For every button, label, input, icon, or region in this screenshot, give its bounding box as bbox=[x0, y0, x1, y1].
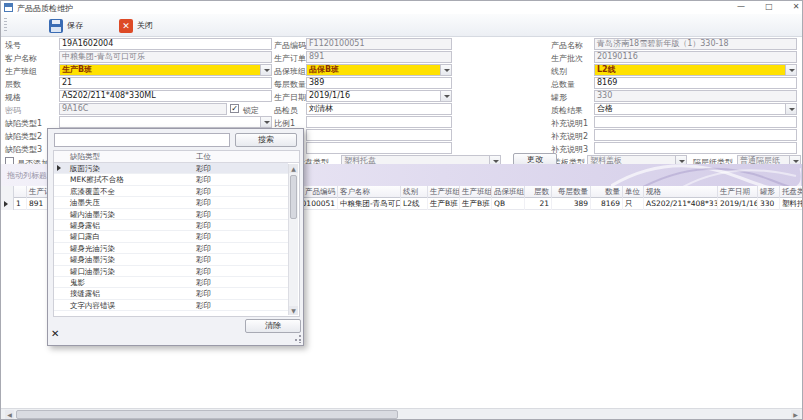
scrollbar-thumb[interactable] bbox=[290, 175, 297, 219]
defect-search-input[interactable] bbox=[54, 133, 230, 147]
hscrollbar-thumb[interactable] bbox=[16, 410, 398, 419]
defect-list-item[interactable]: 罐口油墨污染彩印 bbox=[54, 266, 288, 277]
per-layer-qty-field[interactable]: 389 bbox=[306, 77, 452, 89]
product-name-field: 青岛济南18雪碧新年版（1）330-18 bbox=[594, 38, 797, 50]
product-name-label: 产品名称 bbox=[551, 40, 583, 51]
grid-header-cell[interactable]: 生产班组 bbox=[460, 186, 492, 198]
grid-header-cell[interactable]: 线别 bbox=[401, 186, 428, 198]
defect-station: 彩印 bbox=[196, 175, 211, 185]
grid-header-cell[interactable]: 生产班组 bbox=[428, 186, 460, 198]
combo-arrow-icon[interactable] bbox=[260, 65, 271, 75]
minimize-button[interactable]: — bbox=[732, 1, 750, 13]
grid-indicator-header bbox=[1, 186, 14, 198]
defect-list-item[interactable]: 版面污染彩印 bbox=[54, 163, 288, 174]
defect-name: 罐口油墨污染 bbox=[70, 267, 115, 277]
scroll-down-arrow-icon[interactable]: ▼ bbox=[289, 306, 298, 315]
defect-list-item[interactable]: 底漆覆盖不全彩印 bbox=[54, 186, 288, 197]
panel-close-icon[interactable]: ✕ bbox=[51, 329, 59, 339]
grid-header-cell[interactable]: 品保班组 bbox=[492, 186, 525, 198]
defect-type-1-field[interactable] bbox=[59, 116, 272, 128]
grid-header-cell[interactable]: 规格 bbox=[644, 186, 718, 198]
group-hint: 拖动列标题 bbox=[7, 170, 47, 181]
defect-list-item[interactable]: 油墨失压彩印 bbox=[54, 197, 288, 208]
grid-header-cell[interactable]: 层数 bbox=[525, 186, 552, 198]
horizontal-scrollbar[interactable]: ◀ ▶ bbox=[1, 408, 803, 419]
defect-list-item[interactable]: 鬼影彩印 bbox=[54, 277, 288, 288]
inspector-label: 品检员 bbox=[274, 105, 298, 116]
defect-type-3-label: 缺陷类型3 bbox=[5, 144, 42, 155]
scroll-up-arrow-icon[interactable]: ▲ bbox=[289, 164, 298, 173]
selected-row-indicator-icon bbox=[57, 165, 61, 171]
supplement-1-field[interactable] bbox=[594, 116, 797, 128]
layers-field[interactable]: 21 bbox=[59, 77, 272, 89]
grid-header-cell[interactable]: 数量 bbox=[591, 186, 623, 198]
total-qty-field[interactable]: 8169 bbox=[594, 77, 797, 89]
scroll-right-arrow-icon[interactable]: ▶ bbox=[791, 410, 800, 419]
ratio-1-field[interactable] bbox=[306, 116, 452, 128]
combo-arrow-icon[interactable] bbox=[440, 65, 451, 75]
defect-list-item[interactable]: 文字内容错误彩印 bbox=[54, 300, 288, 311]
scroll-left-arrow-icon[interactable]: ◀ bbox=[5, 410, 14, 419]
defect-items-container: 版面污染彩印MEK擦拭不合格彩印底漆覆盖不全彩印油墨失压彩印罐内油墨污染彩印罐身… bbox=[54, 163, 288, 311]
ratio-3-field[interactable] bbox=[306, 142, 452, 154]
production-order-label: 生产订单 bbox=[274, 53, 306, 64]
defect-list-item[interactable]: 罐身光油污染彩印 bbox=[54, 243, 288, 254]
defect-list-item[interactable]: 罐内油墨污染彩印 bbox=[54, 209, 288, 220]
defect-station: 彩印 bbox=[196, 301, 211, 311]
grid-header-cell[interactable]: 罐形 bbox=[758, 186, 780, 198]
grid-header-cell[interactable]: 生产日期 bbox=[718, 186, 758, 198]
qc-result-field[interactable]: 合格 bbox=[594, 103, 797, 115]
combo-arrow-icon[interactable] bbox=[785, 104, 796, 114]
defect-list-scrollbar[interactable]: ▲ ▼ bbox=[288, 164, 298, 315]
production-order-field: 891 bbox=[306, 51, 452, 63]
save-button[interactable]: 保存 bbox=[45, 17, 87, 34]
qa-team-field[interactable]: 品保B班 bbox=[306, 64, 452, 76]
combo-arrow-icon[interactable] bbox=[785, 65, 796, 75]
grid-cell: L2线 bbox=[401, 198, 428, 210]
grid-header-cell[interactable]: 托盘类型 bbox=[780, 186, 803, 198]
close-button[interactable]: ✕ 关闭 bbox=[115, 17, 157, 34]
supplement-3-field[interactable] bbox=[594, 142, 797, 154]
supplement-2-field[interactable] bbox=[594, 129, 797, 141]
password-label: 密码 bbox=[5, 105, 21, 116]
stack-no-field[interactable]: 19A1602004 bbox=[59, 38, 272, 50]
grid-header-cell[interactable]: 单位 bbox=[623, 186, 644, 198]
grid-header-cell[interactable]: 客户名称 bbox=[338, 186, 401, 198]
defect-clear-button[interactable]: 清除 bbox=[245, 319, 301, 333]
inspector-field[interactable]: 刘清林 bbox=[306, 103, 452, 115]
line-label: 线别 bbox=[551, 66, 567, 77]
combo-arrow-icon[interactable] bbox=[260, 117, 271, 127]
per-layer-qty-label: 每层数量 bbox=[274, 79, 306, 90]
grid-cell: 389 bbox=[552, 198, 591, 210]
defect-name: 油墨失压 bbox=[70, 198, 100, 208]
spec-field[interactable]: AS202/211*408*330ML bbox=[59, 90, 272, 102]
maximize-button[interactable]: □ bbox=[760, 1, 778, 13]
defect-list-item[interactable]: 罐身露铝彩印 bbox=[54, 220, 288, 231]
defect-station: 彩印 bbox=[196, 164, 211, 174]
grid-cell: 330 bbox=[758, 198, 780, 210]
app-window: 产品品质检维护 — □ ✕ 保存 ✕ 关闭 垛号19A1602004产品编码F1… bbox=[0, 0, 803, 420]
defect-list-item[interactable]: 接缝露铝彩印 bbox=[54, 288, 288, 299]
customer-name-label: 客户名称 bbox=[5, 53, 37, 64]
grid-cell: 21 bbox=[525, 198, 552, 210]
defect-name: 底漆覆盖不全 bbox=[70, 187, 115, 197]
production-date-field[interactable]: 2019/1/16 bbox=[306, 90, 452, 102]
can-shape-label: 罐形 bbox=[551, 92, 567, 103]
grid-header-cell[interactable]: 每层数量 bbox=[552, 186, 591, 198]
layers-label: 层数 bbox=[5, 79, 21, 90]
grid-header-cell[interactable] bbox=[14, 186, 27, 198]
production-team-field[interactable]: 生产B班 bbox=[59, 64, 272, 76]
defect-name: 罐身油墨污染 bbox=[70, 255, 115, 265]
defect-station: 彩印 bbox=[196, 278, 211, 288]
line-field[interactable]: L2线 bbox=[594, 64, 797, 76]
defect-list-item[interactable]: 罐口露白彩印 bbox=[54, 231, 288, 242]
defect-list-item[interactable]: MEK擦拭不合格彩印 bbox=[54, 174, 288, 185]
lock-checkbox[interactable]: ✓ bbox=[230, 104, 239, 113]
production-team-label: 生产班组 bbox=[5, 66, 37, 77]
panel-resize-grip[interactable] bbox=[293, 335, 301, 343]
defect-list-item[interactable]: 罐身油墨污染彩印 bbox=[54, 254, 288, 265]
close-window-button[interactable]: ✕ bbox=[787, 1, 803, 13]
combo-arrow-icon[interactable] bbox=[440, 91, 451, 101]
ratio-2-field[interactable] bbox=[306, 129, 452, 141]
defect-search-button[interactable]: 搜索 bbox=[235, 133, 297, 147]
